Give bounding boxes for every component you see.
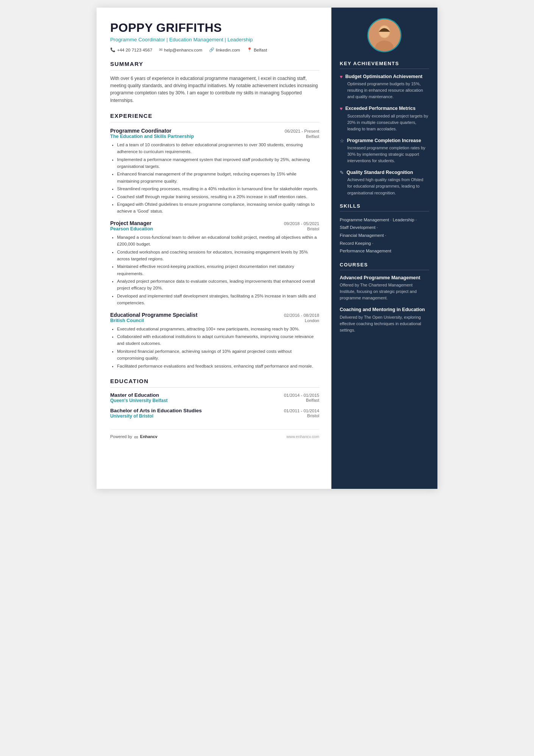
- job-3-title: Educational Programme Specialist: [110, 312, 197, 318]
- list-item: Enhanced financial management of the pro…: [117, 171, 319, 185]
- job-3-date: 02/2016 - 08/2018: [284, 313, 319, 318]
- list-item: Engaged with Ofsted guidelines to ensure…: [117, 201, 319, 215]
- degree-1: Master of Education 01/2014 - 01/2015 Qu…: [110, 392, 319, 403]
- powered-by-label: Powered by: [110, 434, 132, 439]
- list-item: Collaborated with educational institutio…: [117, 333, 319, 347]
- job-3-company: British Council: [110, 318, 144, 323]
- list-item: Coached staff through regular training s…: [117, 193, 319, 200]
- achievement-2: ♥ Exceeded Performance Metrics Successfu…: [340, 105, 429, 132]
- list-item: Executed educational programmes, attract…: [117, 326, 319, 332]
- achievement-3-header: ☆ Programme Completion Increase: [340, 138, 429, 144]
- email-icon: ✉: [159, 47, 162, 52]
- experience-title: EXPERIENCE: [110, 113, 319, 119]
- job-1-header: Programme Coordinator 06/2021 - Present: [110, 128, 319, 134]
- degree-2: Bachelor of Arts in Education Studies 01…: [110, 408, 319, 419]
- course-1-title: Advanced Programme Management: [340, 275, 429, 281]
- course-1: Advanced Programme Management Offered by…: [340, 275, 429, 301]
- heart-icon-2: ♥: [340, 106, 343, 111]
- linkedin-value: linkedin.com: [216, 48, 240, 52]
- footer-logo: Powered by ∞ Enhancv: [110, 434, 158, 440]
- resume-container: POPPY GRIFFITHS Programme Coordinator | …: [97, 8, 437, 489]
- degree-1-header: Master of Education 01/2014 - 01/2015: [110, 392, 319, 398]
- list-item: Maintained effective record-keeping prac…: [117, 263, 319, 277]
- experience-section: EXPERIENCE Programme Coordinator 06/2021…: [110, 113, 319, 369]
- degree-2-school: University of Bristol: [110, 413, 153, 419]
- candidate-name: POPPY GRIFFITHS: [110, 21, 319, 34]
- list-item: Implemented a performance management sys…: [117, 156, 319, 170]
- job-2-title: Project Manager: [110, 220, 151, 226]
- job-2-header: Project Manager 09/2018 - 05/2021: [110, 220, 319, 226]
- skills-section: SKILLS Programme Management · Leadership…: [340, 203, 429, 255]
- location-value: Belfast: [254, 48, 267, 52]
- phone-value: +44 20 7123 4567: [117, 48, 152, 52]
- achievement-2-desc: Successfully exceeded all project target…: [340, 113, 429, 132]
- achievement-1-title: Budget Optimisation Achievement: [345, 74, 423, 80]
- course-2-desc: Delivered by The Open University, explor…: [340, 314, 429, 333]
- phone-icon: 📞: [110, 47, 116, 52]
- job-2: Project Manager 09/2018 - 05/2021 Pearso…: [110, 220, 319, 307]
- list-item: Conducted workshops and coaching session…: [117, 249, 319, 263]
- job-2-date: 09/2018 - 05/2021: [284, 221, 319, 226]
- list-item: Analyzed project performance data to eva…: [117, 278, 319, 292]
- skill-3: Financial Management ·: [340, 232, 429, 239]
- list-item: Developed and implemented staff developm…: [117, 293, 319, 307]
- brand-name: Enhancv: [140, 434, 158, 439]
- summary-title: SUMMARY: [110, 61, 319, 67]
- summary-text: With over 6 years of experience in educa…: [110, 75, 319, 104]
- contact-info: 📞 +44 20 7123 4567 ✉ help@enhancv.com 🔗 …: [110, 47, 319, 52]
- list-item: Monitored financial performance, achievi…: [117, 348, 319, 362]
- degree-2-school-row: University of Bristol Bristol: [110, 413, 319, 419]
- achievement-3-desc: Increased programme completion rates by …: [340, 145, 429, 164]
- achievement-4: ✎ Quality Standard Recognition Achieved …: [340, 169, 429, 196]
- summary-section: SUMMARY With over 6 years of experience …: [110, 61, 319, 104]
- job-1: Programme Coordinator 06/2021 - Present …: [110, 128, 319, 215]
- footer: Powered by ∞ Enhancv www.enhancv.com: [110, 429, 319, 440]
- summary-divider: [110, 70, 319, 70]
- phone-contact: 📞 +44 20 7123 4567: [110, 47, 152, 52]
- achievement-4-desc: Achieved high quality ratings from Ofste…: [340, 177, 429, 196]
- skill-5: Performance Management: [340, 247, 429, 255]
- avatar: [367, 18, 401, 52]
- avatar-container: [340, 18, 429, 52]
- degree-1-school-row: Queen's University Belfast Belfast: [110, 398, 319, 403]
- achievement-1-header: ♥ Budget Optimisation Achievement: [340, 74, 429, 80]
- linkedin-icon: 🔗: [209, 47, 214, 52]
- location-contact: 📍 Belfast: [247, 47, 267, 52]
- job-2-location: Bristol: [307, 227, 319, 231]
- achievement-1: ♥ Budget Optimisation Achievement Optimi…: [340, 74, 429, 100]
- courses-title: COURSES: [340, 262, 429, 268]
- degree-2-title: Bachelor of Arts in Education Studies: [110, 408, 202, 413]
- course-1-desc: Offered by The Chartered Management Inst…: [340, 282, 429, 301]
- job-3-company-row: British Council London: [110, 318, 319, 323]
- job-3: Educational Programme Specialist 02/2016…: [110, 312, 319, 369]
- course-2-title: Coaching and Mentoring in Education: [340, 307, 429, 313]
- job-1-company: The Education and Skills Partnership: [110, 134, 194, 139]
- job-3-bullets: Executed educational programmes, attract…: [110, 326, 319, 369]
- job-1-date: 06/2021 - Present: [285, 129, 319, 133]
- svg-point-3: [379, 26, 389, 38]
- list-item: Managed a cross-functional team to deliv…: [117, 234, 319, 248]
- course-2: Coaching and Mentoring in Education Deli…: [340, 307, 429, 333]
- job-1-location: Belfast: [306, 134, 319, 139]
- job-2-company: Pearson Education: [110, 226, 153, 232]
- degree-2-header: Bachelor of Arts in Education Studies 01…: [110, 408, 319, 413]
- right-column: KEY ACHIEVEMENTS ♥ Budget Optimisation A…: [331, 8, 437, 489]
- courses-section: COURSES Advanced Programme Management Of…: [340, 262, 429, 333]
- achievement-3: ☆ Programme Completion Increase Increase…: [340, 138, 429, 164]
- achievement-2-header: ♥ Exceeded Performance Metrics: [340, 105, 429, 111]
- degree-1-location: Belfast: [306, 398, 319, 403]
- left-column: POPPY GRIFFITHS Programme Coordinator | …: [97, 8, 331, 489]
- achievements-title: KEY ACHIEVEMENTS: [340, 61, 429, 66]
- education-title: EDUCATION: [110, 378, 319, 384]
- education-divider: [110, 387, 319, 388]
- achievement-1-desc: Optimised programme budgets by 15%, resu…: [340, 81, 429, 100]
- achievement-4-header: ✎ Quality Standard Recognition: [340, 169, 429, 175]
- degree-1-title: Master of Education: [110, 392, 159, 398]
- job-2-company-row: Pearson Education Bristol: [110, 226, 319, 232]
- achievements-section: KEY ACHIEVEMENTS ♥ Budget Optimisation A…: [340, 61, 429, 196]
- degree-2-date: 01/2011 - 01/2014: [284, 409, 319, 413]
- achievement-4-title: Quality Standard Recognition: [347, 169, 413, 175]
- email-value: help@enhancv.com: [164, 48, 202, 52]
- skills-title: SKILLS: [340, 203, 429, 209]
- linkedin-contact: 🔗 linkedin.com: [209, 47, 240, 52]
